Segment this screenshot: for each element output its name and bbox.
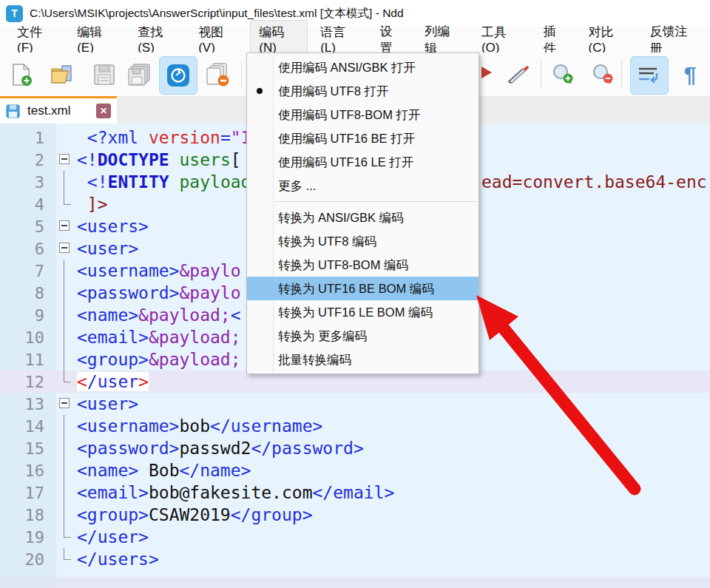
code-text: <username>bob</username>: [77, 416, 322, 436]
save-file-button[interactable]: [92, 62, 117, 87]
save-all-button[interactable]: [127, 62, 152, 87]
window-title: C:\Users\MSIK\projects\AnswerScript\inpu…: [30, 6, 404, 21]
code-text-continuation: ead=convert.base64-enc: [481, 171, 707, 193]
code-line[interactable]: 18<group>CSAW2019</group>: [0, 504, 710, 526]
fold-marker-vline: [44, 481, 77, 504]
clear-format-brush-button[interactable]: [506, 62, 531, 87]
line-number: 13: [0, 395, 44, 413]
code-line[interactable]: 14<username>bob</username>: [0, 415, 710, 437]
tab-label: test.xml: [27, 104, 87, 118]
encoding-menu-item[interactable]: 转换为 更多编码: [247, 324, 479, 348]
fold-marker-vline: [44, 326, 77, 348]
line-number: 2: [0, 151, 44, 169]
tab-close-icon[interactable]: ✕: [96, 104, 111, 118]
line-number: 12: [0, 373, 44, 391]
code-text: <name>&payload;<: [77, 305, 241, 325]
encoding-menu-item[interactable]: 转换为 UTF8 编码: [247, 229, 479, 253]
code-text: ]>: [77, 195, 108, 214]
fold-marker-box[interactable]: [44, 237, 77, 260]
code-line[interactable]: 13<user>: [0, 393, 710, 415]
fold-marker-vline: [44, 304, 77, 326]
toolbar-separator: [621, 61, 622, 88]
encoding-menu-item[interactable]: 更多 ...: [247, 174, 479, 197]
line-number: 3: [0, 173, 44, 192]
fold-marker-vline: [44, 171, 77, 193]
fold-margin: [44, 126, 77, 149]
encoding-menu-item[interactable]: 使用编码 UTF16 BE 打开: [247, 126, 479, 150]
toolbar-separator: [541, 61, 541, 88]
code-line[interactable]: 19</user>: [0, 526, 710, 548]
zoom-out-button[interactable]: [590, 62, 615, 87]
menu-bar: 文件(F)编辑(E)查找(S)视图(V)编码(N)语言(L)设置列编辑工具(O)…: [0, 27, 710, 53]
tab-test-xml[interactable]: test.xml ✕: [0, 96, 117, 124]
show-all-characters-button[interactable]: ¶: [677, 62, 703, 87]
code-text: <users>: [77, 217, 149, 236]
code-text: <user>: [77, 394, 138, 413]
horizontal-scrollbar[interactable]: [0, 577, 710, 588]
code-text: <email>bob@fakesite.com</email>: [77, 483, 394, 502]
code-text: <?xml version="1: [77, 128, 251, 147]
line-number: 8: [0, 284, 44, 303]
encoding-menu-item[interactable]: 转换为 ANSI/GBK 编码: [247, 206, 479, 229]
encoding-menu-item[interactable]: 使用编码 ANSI/GBK 打开: [247, 55, 479, 79]
line-number: 5: [0, 217, 44, 236]
encoding-menu-item[interactable]: 使用编码 UTF16 LE 打开: [247, 150, 479, 174]
text-mode-toggle-button[interactable]: [159, 56, 197, 95]
fold-marker-corner: [44, 193, 77, 215]
line-number: 1: [0, 129, 44, 147]
fold-marker-vline: [44, 504, 77, 526]
fold-marker-vline: [44, 260, 77, 282]
fold-marker-box[interactable]: [44, 393, 77, 415]
code-text: </users>: [77, 550, 159, 569]
line-number: 19: [0, 528, 44, 547]
line-number: 11: [0, 351, 44, 369]
new-file-button[interactable]: [9, 62, 34, 87]
pilcrow-icon: ¶: [684, 62, 697, 87]
toolbar-separator: [241, 61, 242, 88]
line-number: 6: [0, 240, 44, 258]
saved-file-icon: [6, 104, 20, 118]
encoding-menu-item[interactable]: 批量转换编码: [247, 348, 479, 371]
menu-separator: [274, 201, 477, 202]
close-all-button[interactable]: [206, 62, 231, 87]
zoom-in-button[interactable]: [550, 62, 575, 87]
fold-marker-corner: [44, 371, 77, 393]
fold-marker-box[interactable]: [44, 149, 77, 171]
encoding-menu-item[interactable]: 使用编码 UTF8-BOM 打开: [247, 103, 479, 126]
fold-marker-vline: [44, 437, 77, 459]
encoding-menu-item[interactable]: 转换为 UTF16 LE BOM 编码: [247, 300, 479, 324]
fold-marker-box[interactable]: [44, 215, 77, 237]
code-line[interactable]: 16<name> Bob</name>: [0, 459, 710, 481]
line-number: 18: [0, 506, 44, 524]
code-text: <email>&payload;: [77, 328, 241, 347]
line-number: 10: [0, 328, 44, 347]
code-text: <password>passwd2</password>: [77, 439, 364, 458]
app-icon: T: [6, 5, 23, 22]
line-number: 15: [0, 439, 44, 458]
line-number: 16: [0, 462, 44, 480]
encoding-menu-popup: 使用编码 ANSI/GBK 打开使用编码 UTF8 打开使用编码 UTF8-BO…: [246, 53, 479, 374]
code-text: <!ENTITY payload: [77, 172, 251, 192]
fold-marker-vline: [44, 459, 77, 481]
fold-marker-vline: [44, 348, 77, 371]
current-encoding-bullet-icon: [257, 88, 263, 94]
code-text: <group>&payload;: [77, 350, 241, 369]
code-text: <name> Bob</name>: [77, 461, 251, 480]
line-number: 14: [0, 417, 44, 436]
code-text: </user>: [77, 372, 149, 391]
code-line[interactable]: 20</users>: [0, 548, 710, 570]
code-line[interactable]: 17<email>bob@fakesite.com</email>: [0, 481, 710, 504]
open-file-button[interactable]: [50, 62, 75, 87]
code-text: <!DOCTYPE users[: [77, 150, 241, 169]
code-line[interactable]: 15<password>passwd2</password>: [0, 437, 710, 459]
code-text: <username>&paylo: [77, 261, 241, 280]
fold-marker-vline: [44, 282, 77, 304]
encoding-menu-item[interactable]: 使用编码 UTF8 打开: [247, 79, 479, 103]
encoding-menu-item[interactable]: 转换为 UTF8-BOM 编码: [247, 253, 479, 277]
code-text: </user>: [77, 527, 149, 547]
encoding-menu-item[interactable]: 转换为 UTF16 BE BOM 编码: [247, 277, 479, 300]
word-wrap-button[interactable]: [630, 56, 669, 95]
code-text: <password>&paylo: [77, 283, 241, 303]
fold-marker-vline: [44, 415, 77, 437]
line-number: 17: [0, 484, 44, 502]
